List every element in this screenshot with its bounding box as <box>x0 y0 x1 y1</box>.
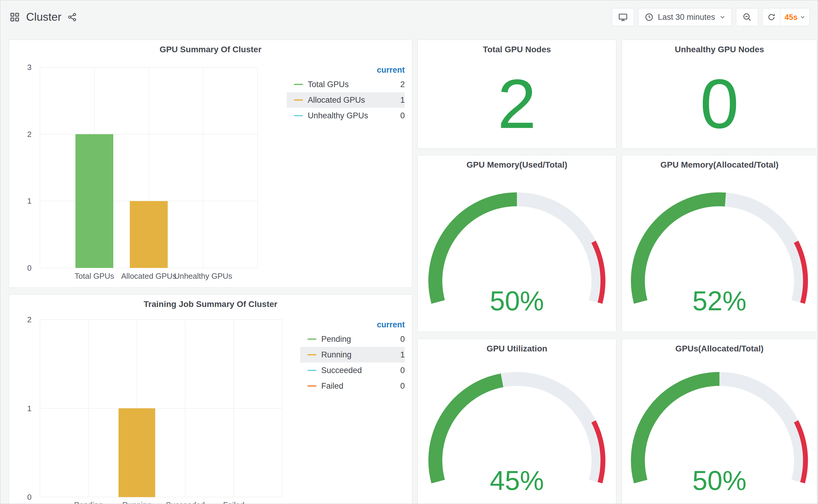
gpu-memory-allocated-gauge: 52% <box>629 191 810 315</box>
svg-text:Running: Running <box>122 500 151 504</box>
dashboard-title: Cluster <box>26 11 61 23</box>
legend-series-label: Total GPUs <box>308 80 394 89</box>
legend-current-value: 1 <box>400 96 405 105</box>
legend-current-header: current <box>287 64 405 76</box>
svg-text:0: 0 <box>27 263 32 272</box>
svg-text:Unhealthy GPUs: Unhealthy GPUs <box>174 272 232 281</box>
svg-text:Succeeded: Succeeded <box>166 500 205 504</box>
legend-current-value: 0 <box>400 381 405 391</box>
legend-row-pending[interactable]: Pending0 <box>300 331 405 347</box>
zoom-out-time-button[interactable] <box>736 8 758 26</box>
gpus-allocated-gauge: 50% <box>629 370 810 495</box>
series-color-dash <box>294 84 303 85</box>
gpu-memory-used-gauge: 50% <box>427 191 607 315</box>
legend-series-label: Running <box>321 350 394 360</box>
panel-body: 2 <box>418 59 616 148</box>
svg-text:50%: 50% <box>692 466 747 495</box>
legend-row-succeeded[interactable]: Succeeded0 <box>300 363 405 378</box>
svg-text:1: 1 <box>27 196 32 205</box>
panel-gpu-memory-used: GPU Memory(Used/Total) 50% <box>418 155 616 332</box>
header-right: Last 30 minutes <box>612 8 810 26</box>
gpu-summary-bar-chart[interactable]: 0123Total GPUsAllocated GPUsUnhealthy GP… <box>9 59 285 282</box>
chevron-down-icon <box>719 14 725 20</box>
dashboards-grid-icon[interactable] <box>9 12 20 23</box>
panel-total-gpu-nodes: Total GPU Nodes 2 <box>418 40 616 149</box>
time-range-picker[interactable]: Last 30 minutes <box>638 8 732 26</box>
legend-row-failed[interactable]: Failed0 <box>300 378 405 394</box>
header-left: Cluster <box>9 11 77 23</box>
refresh-button[interactable] <box>763 8 780 26</box>
svg-text:0: 0 <box>27 493 32 502</box>
panel-title[interactable]: Unhealthy GPU Nodes <box>622 40 817 59</box>
stat-value: 0 <box>700 69 739 139</box>
svg-text:45%: 45% <box>490 466 544 495</box>
panel-gpu-summary: GPU Summary Of Cluster 0123Total GPUsAll… <box>9 40 412 288</box>
share-icon[interactable] <box>67 12 77 22</box>
legend-series-label: Succeeded <box>321 366 394 375</box>
legend-row-running[interactable]: Running1 <box>300 347 405 363</box>
panel-gpus-allocated: GPUs(Allocated/Total) 50% <box>622 339 817 504</box>
refresh-icon <box>767 13 776 22</box>
monitor-icon <box>618 12 628 22</box>
panel-body: 52% <box>622 175 817 332</box>
legend-row-unhealthy-gpus[interactable]: Unhealthy GPUs0 <box>287 108 405 123</box>
panel-body: 50% <box>622 358 817 504</box>
svg-text:50%: 50% <box>490 286 544 315</box>
panel-gpu-memory-allocated: GPU Memory(Allocated/Total) 52% <box>622 155 817 332</box>
panel-body: 50% <box>418 175 616 332</box>
svg-text:2: 2 <box>27 315 32 324</box>
panel-body: 0 <box>622 59 817 148</box>
refresh-interval-dropdown[interactable]: 45s <box>780 8 810 26</box>
time-range-label: Last 30 minutes <box>658 13 715 22</box>
clock-icon <box>645 13 654 22</box>
series-color-dash <box>307 339 316 340</box>
svg-text:Pending: Pending <box>74 500 102 504</box>
series-color-dash <box>294 115 303 116</box>
refresh-picker: 45s <box>762 8 810 26</box>
svg-text:3: 3 <box>27 63 32 72</box>
dashboard-header: Cluster Last 30 minutes <box>0 0 818 34</box>
panel-title[interactable]: Total GPU Nodes <box>418 40 616 59</box>
chevron-down-icon <box>800 14 805 20</box>
series-color-dash <box>307 370 316 371</box>
cycle-view-mode-button[interactable] <box>612 8 634 26</box>
panel-unhealthy-gpu-nodes: Unhealthy GPU Nodes 0 <box>622 40 817 149</box>
panel-title[interactable]: GPU Memory(Used/Total) <box>418 155 616 175</box>
panel-gpu-utilization: GPU Utilization 45% <box>418 339 616 504</box>
svg-text:52%: 52% <box>692 286 747 315</box>
gpu-summary-legend: currentTotal GPUs2Allocated GPUs1Unhealt… <box>285 59 412 282</box>
legend-row-total-gpus[interactable]: Total GPUs2 <box>287 77 405 92</box>
panel-training-job-summary: Training Job Summary Of Cluster 012Pendi… <box>9 294 412 504</box>
legend-series-label: Failed <box>321 381 394 391</box>
panel-title[interactable]: GPU Memory(Allocated/Total) <box>622 155 817 175</box>
svg-text:1: 1 <box>27 404 32 413</box>
series-color-dash <box>294 99 303 101</box>
legend-current-value: 1 <box>400 350 405 360</box>
legend-current-value: 2 <box>400 80 405 89</box>
legend-row-allocated-gpus[interactable]: Allocated GPUs1 <box>287 92 405 108</box>
panel-title[interactable]: GPU Utilization <box>418 339 616 358</box>
series-color-dash <box>307 354 316 355</box>
stat-value: 2 <box>497 69 536 139</box>
legend-current-value: 0 <box>400 335 405 344</box>
panel-title[interactable]: GPU Summary Of Cluster <box>9 40 412 59</box>
legend-series-label: Allocated GPUs <box>308 96 394 105</box>
training-job-bar-chart[interactable]: 012PendingRunningSucceededFailed <box>9 314 299 504</box>
panel-body: 0123Total GPUsAllocated GPUsUnhealthy GP… <box>9 59 412 282</box>
panel-body: 45% <box>418 358 616 504</box>
panel-title[interactable]: Training Job Summary Of Cluster <box>9 295 412 314</box>
panel-title[interactable]: GPUs(Allocated/Total) <box>622 339 817 358</box>
svg-text:Allocated GPUs: Allocated GPUs <box>121 272 176 281</box>
legend-current-value: 0 <box>400 111 405 120</box>
legend-current-value: 0 <box>400 366 405 375</box>
zoom-out-icon <box>742 12 752 22</box>
svg-text:2: 2 <box>27 130 32 139</box>
legend-current-header: current <box>300 319 405 331</box>
gpu-utilization-gauge: 45% <box>427 370 607 495</box>
legend-series-label: Unhealthy GPUs <box>308 111 394 120</box>
training-job-legend: currentPending0Running1Succeeded0Failed0 <box>299 314 412 504</box>
legend-series-label: Pending <box>321 335 394 344</box>
refresh-interval-label: 45s <box>785 13 798 22</box>
series-color-dash <box>307 385 316 387</box>
grafana-dashboard: Cluster Last 30 minutes <box>0 0 818 504</box>
